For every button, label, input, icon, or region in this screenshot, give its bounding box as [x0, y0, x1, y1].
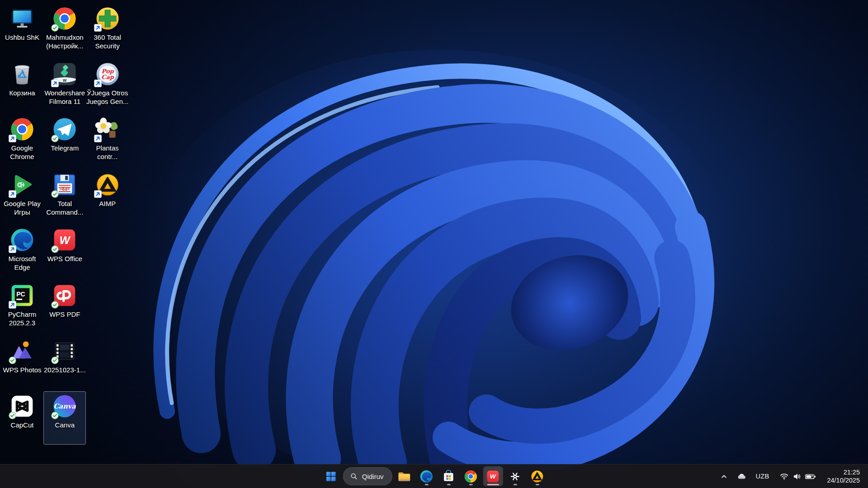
desktop-icon-label: Total Command... [43, 199, 86, 216]
taskbar-chatgpt-button[interactable] [505, 466, 525, 486]
wifi-icon [779, 472, 789, 481]
taskbar-clock[interactable]: 21:25 24/10/2025 [824, 469, 863, 484]
sync-check-icon [9, 412, 16, 419]
desktop-icon-mahmudxon-profile[interactable]: Mahmudxon (Настройк... [43, 4, 86, 57]
canva-icon: Canva [52, 393, 78, 419]
shortcut-arrow-icon [94, 80, 102, 87]
total-security-icon [94, 5, 121, 32]
wps-office-icon: W [486, 469, 500, 483]
desktop-icon-label: Ushbu ShK [5, 33, 39, 42]
language-indicator[interactable]: UZB [751, 467, 774, 485]
pycharm-icon: PC [9, 282, 35, 309]
taskbar-microsoft-store-button[interactable] [439, 466, 458, 486]
desktop-icon-popcap-games[interactable]: PopCapЎJuega Otros Juegos Gen... [86, 59, 129, 113]
desktop-icon-microsoft-edge[interactable]: Microsoft Edge [1, 225, 43, 278]
desktop-icon-this-pc[interactable]: Ushbu ShK [1, 4, 43, 57]
hidden-icons-button[interactable] [716, 467, 732, 485]
play-games-icon [9, 172, 35, 198]
desktop-icon-label: PyCharm 2025.2.3 [1, 310, 43, 327]
telegram-icon [52, 116, 78, 142]
sync-check-icon [51, 412, 59, 419]
sync-check-icon [51, 135, 59, 142]
taskbar-file-explorer-button[interactable] [394, 466, 414, 486]
recycle-bin-icon [9, 61, 35, 87]
desktop-icon-canva[interactable]: CanvaCanva [43, 391, 86, 445]
aimp-icon [94, 172, 121, 198]
desktop-icon-total-commander[interactable]: =64=Total Command... [43, 170, 86, 223]
desktop-icon-wps-office[interactable]: WWPS Office [43, 225, 86, 278]
taskbar-chrome-button[interactable] [461, 466, 481, 486]
popcap-icon: PopCap [94, 61, 121, 87]
desktop-icon-label: 20251023-1... [44, 366, 86, 374]
edge-icon [420, 469, 434, 483]
desktop-icon-label: WPS PDF [49, 310, 80, 319]
wps-office-icon: W [52, 227, 78, 253]
language-label: UZB [756, 473, 769, 480]
taskbar-wps-office-button[interactable]: W [483, 466, 503, 486]
wps-pdf-icon [52, 282, 78, 309]
capcut-icon [9, 393, 35, 419]
sync-check-icon [51, 24, 59, 32]
desktop-icon-plantas-contra[interactable]: Plantas contr... [86, 114, 129, 168]
desktop-icon-aimp[interactable]: AIMP [86, 170, 129, 223]
desktop-icon-label: AIMP [99, 199, 116, 208]
shortcut-arrow-icon [94, 190, 102, 198]
shortcut-arrow-icon [94, 135, 102, 142]
running-indicator [469, 484, 472, 485]
edge-icon [9, 227, 35, 253]
sync-check-icon [51, 245, 59, 253]
shortcut-arrow-icon [9, 301, 16, 309]
taskbar-search[interactable]: Qidiruv [343, 467, 392, 485]
chrome-icon [9, 116, 35, 142]
battery-charging-icon [805, 472, 816, 481]
running-indicator [425, 484, 428, 485]
chatgpt-icon [508, 469, 522, 483]
desktop-icon-360-total-security[interactable]: 360 Total Security [86, 4, 129, 57]
shortcut-arrow-icon [9, 135, 16, 142]
desktop-icon-video-20251023[interactable]: 20251023-1... [43, 336, 86, 389]
desktop-icon-telegram[interactable]: Telegram [43, 114, 86, 168]
cloud-icon [737, 472, 746, 481]
search-icon [350, 472, 358, 480]
quick-settings-button[interactable] [775, 467, 821, 485]
svg-text:W: W [60, 234, 71, 246]
desktop-icon-label: ЎJuega Otros Juegos Gen... [86, 89, 129, 106]
desktop-icon-label: Microsoft Edge [1, 254, 43, 272]
chevron-up-icon [719, 472, 729, 481]
desktop-icon-google-play-games[interactable]: Google Play Игры [1, 170, 43, 223]
chrome-icon [464, 469, 478, 483]
clock-time: 21:25 [844, 469, 860, 476]
this-pc-icon [9, 5, 35, 32]
svg-text:PC: PC [16, 291, 25, 298]
file-explorer-icon [397, 469, 411, 483]
volume-icon [792, 472, 802, 481]
search-label: Qidiruv [362, 473, 384, 480]
desktop-icon-label: 360 Total Security [86, 33, 129, 50]
shortcut-arrow-icon [51, 80, 59, 87]
desktop-icon-label: WPS Photos [3, 366, 41, 374]
desktop-icon-label: Canva [55, 421, 75, 429]
sync-check-icon [51, 190, 59, 198]
desktop-icon-label: Plantas contr... [86, 144, 129, 161]
desktop-icon-wondershare-filmora[interactable]: wWondershare Filmora 11 [43, 59, 86, 113]
desktop-icon-recycle-bin[interactable]: Корзина [1, 59, 43, 113]
total-commander-icon: =64= [52, 172, 78, 198]
desktop-icon-pycharm[interactable]: PCPyCharm 2025.2.3 [1, 281, 43, 334]
desktop-icon-wps-photos[interactable]: WPS Photos [1, 336, 43, 389]
desktop-icon-label: Mahmudxon (Настройк... [43, 33, 86, 50]
desktop-icon-google-chrome[interactable]: Google Chrome [1, 114, 43, 168]
microsoft-store-icon [442, 469, 456, 483]
desktop-icon-label: Корзина [9, 89, 35, 97]
running-indicator [487, 484, 499, 485]
taskbar-edge-button[interactable] [416, 466, 436, 486]
taskbar-start-button[interactable] [321, 466, 341, 486]
taskbar-aimp-button[interactable] [527, 466, 547, 486]
desktop-icon-label: Google Play Игры [1, 199, 43, 216]
clock-date: 24/10/2025 [827, 477, 860, 484]
desktop-icon-capcut[interactable]: CapCut [1, 391, 43, 445]
svg-text:Canva: Canva [54, 402, 76, 410]
svg-text:Cap: Cap [101, 74, 114, 80]
onedrive-button[interactable] [734, 467, 750, 485]
svg-text:W: W [490, 473, 496, 480]
desktop-icon-wps-pdf[interactable]: WPS PDF [43, 281, 86, 334]
